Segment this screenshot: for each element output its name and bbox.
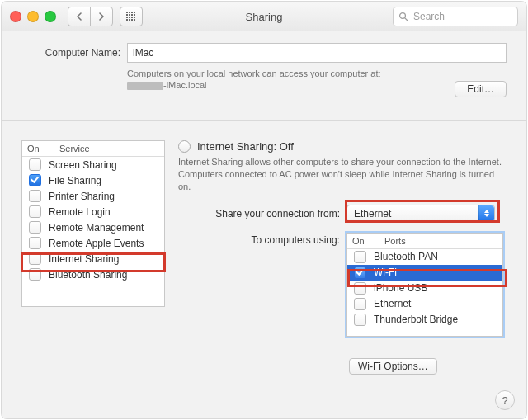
help-button[interactable]: ? [495, 390, 515, 410]
service-checkbox-cell [22, 252, 47, 265]
service-checkbox[interactable] [29, 205, 41, 218]
chevron-right-icon [98, 12, 105, 21]
service-label: Remote Apple Events [47, 238, 164, 249]
popup-arrows-icon [478, 205, 494, 222]
sharing-preferences-window: Sharing Computer Name: Computers on your… [2, 2, 526, 418]
note-text: Computers on your local network can acce… [127, 68, 381, 78]
port-label: iPhone USB [372, 282, 502, 294]
port-checkbox[interactable] [354, 314, 366, 326]
service-checkbox-cell [22, 190, 47, 202]
service-checkbox[interactable] [29, 174, 41, 186]
service-row[interactable]: Remote Apple Events [22, 235, 164, 251]
svg-line-1 [405, 18, 408, 21]
service-label: Remote Login [47, 206, 164, 218]
titlebar: Sharing [2, 2, 526, 32]
wifi-options-button[interactable]: Wi-Fi Options… [349, 358, 437, 375]
port-checkbox[interactable] [354, 282, 366, 295]
port-checkbox-cell [347, 282, 372, 295]
hostname-suffix: -iMac.local [163, 80, 207, 90]
service-checkbox[interactable] [29, 237, 41, 249]
service-detail-panel: Internet Sharing: Off Internet Sharing a… [178, 140, 512, 337]
nav-buttons [68, 7, 113, 26]
service-label: Remote Management [47, 222, 164, 234]
search-icon [398, 12, 408, 21]
computer-name-row: Computer Name: [2, 31, 526, 66]
port-label: Bluetooth PAN [372, 251, 502, 262]
port-row[interactable]: Ethernet [347, 296, 502, 312]
search-field[interactable] [393, 7, 518, 26]
port-checkbox[interactable] [354, 267, 366, 279]
port-row[interactable]: Thunderbolt Bridge [347, 312, 502, 328]
service-row[interactable]: Screen Sharing [22, 157, 164, 172]
computer-name-input[interactable] [127, 43, 507, 63]
service-row[interactable]: Remote Login [22, 204, 164, 219]
close-window-button[interactable] [10, 11, 21, 22]
port-checkbox-cell [347, 251, 372, 263]
port-checkbox[interactable] [354, 298, 366, 310]
port-checkbox-cell [347, 267, 372, 279]
service-checkbox[interactable] [29, 252, 41, 265]
service-label: Printer Sharing [47, 191, 164, 202]
pane-body: Computer Name: Computers on your local n… [2, 31, 526, 418]
internet-sharing-title: Internet Sharing: Off [197, 140, 294, 153]
internet-sharing-title-row: Internet Sharing: Off [178, 140, 512, 153]
internet-sharing-description: Internet Sharing allows other computers … [178, 156, 508, 193]
ports-list[interactable]: On Ports Bluetooth PANWi-FiiPhone USBEth… [346, 233, 503, 337]
service-checkbox[interactable] [29, 268, 41, 281]
search-input[interactable] [412, 10, 517, 23]
col-ports: Ports [380, 234, 502, 248]
port-checkbox[interactable] [354, 251, 366, 263]
show-all-button[interactable] [120, 7, 143, 26]
service-checkbox-cell [22, 174, 47, 186]
forward-button[interactable] [90, 7, 113, 26]
service-checkbox-cell [22, 221, 47, 234]
back-button[interactable] [68, 7, 90, 26]
service-label: Screen Sharing [47, 159, 164, 171]
share-from-value: Ethernet [354, 208, 391, 219]
col-on: On [22, 141, 54, 156]
service-row[interactable]: Remote Management [22, 219, 164, 235]
grid-icon [126, 12, 136, 21]
service-label: File Sharing [47, 175, 164, 186]
service-row[interactable]: Internet Sharing [22, 251, 164, 267]
port-label: Thunderbolt Bridge [372, 314, 502, 325]
minimize-window-button[interactable] [27, 11, 39, 22]
service-checkbox-cell [22, 268, 47, 281]
internet-sharing-radio[interactable] [178, 140, 191, 153]
divider [2, 120, 526, 121]
zoom-window-button[interactable] [45, 11, 56, 22]
port-checkbox-cell [347, 314, 372, 326]
col-service: Service [54, 141, 164, 156]
edit-hostname-button[interactable]: Edit… [455, 81, 507, 97]
service-checkbox-cell [22, 158, 47, 171]
port-row[interactable]: Bluetooth PAN [347, 249, 502, 265]
share-from-popup[interactable]: Ethernet [346, 205, 495, 223]
port-row[interactable]: iPhone USB [347, 281, 502, 296]
service-label: Bluetooth Sharing [47, 269, 164, 281]
window-controls [10, 11, 56, 22]
ports-header: On Ports [347, 234, 502, 249]
services-list[interactable]: On Service Screen SharingFile SharingPri… [21, 140, 165, 307]
service-checkbox[interactable] [29, 221, 41, 234]
port-row[interactable]: Wi-Fi [347, 265, 502, 281]
col-on: On [347, 234, 380, 248]
to-computers-label: To computers using: [178, 233, 346, 337]
service-checkbox-cell [22, 205, 47, 218]
port-checkbox-cell [347, 298, 372, 310]
service-row[interactable]: File Sharing [22, 172, 164, 188]
service-checkbox-cell [22, 237, 47, 249]
port-label: Wi-Fi [372, 267, 502, 278]
redacted-hostname [127, 82, 163, 90]
service-checkbox[interactable] [29, 190, 41, 202]
share-from-row: Share your connection from: Ethernet [178, 205, 512, 223]
service-row[interactable]: Printer Sharing [22, 188, 164, 204]
service-row[interactable]: Bluetooth Sharing [22, 267, 164, 282]
computer-name-label: Computer Name: [21, 47, 127, 59]
service-label: Internet Sharing [47, 253, 164, 265]
chevron-left-icon [76, 12, 82, 21]
port-label: Ethernet [372, 298, 502, 309]
share-from-label: Share your connection from: [178, 208, 346, 219]
services-header: On Service [22, 141, 164, 157]
to-computers-row: To computers using: On Ports Bluetooth P… [178, 233, 512, 337]
service-checkbox[interactable] [29, 158, 41, 171]
